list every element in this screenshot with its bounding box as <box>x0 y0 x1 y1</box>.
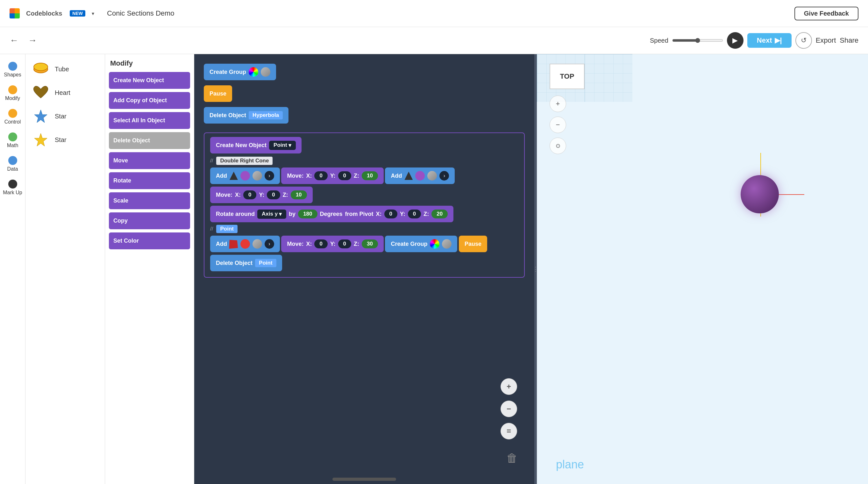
shape-item-star1[interactable]: Star <box>26 104 105 128</box>
control-icon <box>8 109 17 118</box>
give-feedback-button[interactable]: Give Feedback <box>795 7 859 20</box>
share-button[interactable]: Share <box>840 36 859 44</box>
shape-item-heart[interactable]: Heart <box>26 81 105 104</box>
speed-section: Speed ▶ Next ▶| ↺ Export Share <box>650 32 859 49</box>
axis-dropdown[interactable]: Axis y ▾ <box>257 210 286 219</box>
sidebar-markup-label: Mark Up <box>3 190 22 195</box>
canvas-zoom-out-button[interactable]: − <box>500 400 517 417</box>
next-button[interactable]: Next ▶| <box>747 33 792 48</box>
project-title: Conic Sections Demo <box>107 9 175 18</box>
sidebar-modify-label: Modify <box>5 95 20 101</box>
move2-y[interactable]: 0 <box>267 190 280 199</box>
codeblocks-dropdown[interactable]: ▾ <box>92 10 94 17</box>
code-canvas[interactable]: Create Group Pause Delete Object Hyperbo… <box>194 54 534 484</box>
move2-z[interactable]: 10 <box>291 190 307 199</box>
add-arrow-btn-3[interactable]: › <box>265 239 274 249</box>
create-group-block-2[interactable]: Create Group <box>385 236 457 252</box>
add-copy-of-object-btn[interactable]: Add Copy of Object <box>109 92 190 109</box>
star2-label: Star <box>55 136 66 144</box>
markup-icon <box>8 180 17 188</box>
top-view-box[interactable]: TOP <box>550 64 585 89</box>
back-button[interactable]: ← <box>9 35 19 46</box>
add-arrow-btn-2[interactable]: › <box>439 171 449 181</box>
heart-thumb <box>31 85 50 101</box>
move-block-3[interactable]: Move: X: 0 Y: 0 Z: 30 <box>281 236 384 252</box>
rotate-py[interactable]: 0 <box>408 210 421 218</box>
right-panel: TOP + − ⊙ plane <box>537 54 868 484</box>
move-btn[interactable]: Move <box>109 152 190 169</box>
sidebar-item-markup[interactable]: Mark Up <box>1 177 24 198</box>
move3-x[interactable]: 0 <box>314 239 327 248</box>
add-cube-block[interactable]: Add › <box>210 236 280 252</box>
move1-y[interactable]: 0 <box>338 171 351 180</box>
set-color-btn[interactable]: Set Color <box>109 233 190 249</box>
sidebar-item-math[interactable]: Math <box>1 130 24 151</box>
shape-item-star2[interactable]: Star <box>26 128 105 152</box>
add-cone-block-1[interactable]: Add › <box>210 168 280 184</box>
rotate-by[interactable]: 180 <box>298 210 317 218</box>
move-block-1[interactable]: Move: X: 0 Y: 0 Z: 10 <box>281 168 384 184</box>
point-delete-tag: Point <box>255 259 276 267</box>
panel-divider[interactable] <box>534 54 537 484</box>
gray-icon-top <box>261 67 270 77</box>
math-icon <box>8 132 17 141</box>
point-dropdown[interactable]: Point ▾ <box>269 141 296 150</box>
next-icon: ▶| <box>775 36 782 44</box>
select-all-in-object-btn[interactable]: Select All In Object <box>109 112 190 129</box>
cone-shape-icon-1 <box>229 172 238 180</box>
delete-object-point-block[interactable]: Delete Object Point <box>210 255 282 271</box>
red-dot <box>240 239 250 249</box>
trash-icon[interactable]: 🗑 <box>506 452 518 465</box>
move1-x[interactable]: 0 <box>314 171 327 180</box>
move3-z[interactable]: 30 <box>362 239 378 248</box>
rotate-px[interactable]: 0 <box>384 210 397 218</box>
comment-separator-2: // <box>210 226 213 232</box>
sidebar-item-control[interactable]: Control <box>1 107 24 127</box>
speed-slider[interactable] <box>672 38 723 43</box>
sidebar-item-data[interactable]: Data <box>1 153 24 175</box>
zoom-minus-button[interactable]: − <box>550 117 566 133</box>
pause-block-2[interactable]: Pause <box>459 236 487 252</box>
canvas-scrollbar[interactable] <box>333 478 396 481</box>
add-arrow-btn-1[interactable]: › <box>265 171 274 181</box>
canvas-zoom-in-button[interactable]: + <box>500 378 517 395</box>
plane-label: plane <box>556 458 584 471</box>
top-view-label: TOP <box>560 72 575 81</box>
sidebar-item-modify[interactable]: Modify <box>1 83 24 104</box>
data-icon <box>8 156 17 165</box>
scale-btn[interactable]: Scale <box>109 192 190 209</box>
point-comment-tag: Point <box>216 225 238 233</box>
tube-label: Tube <box>55 66 69 73</box>
delete-object-btn[interactable]: Delete Object <box>109 132 190 149</box>
rotate-block[interactable]: Rotate around Axis y ▾ by 180 Degrees fr… <box>210 206 454 222</box>
zoom-plus-button[interactable]: + <box>550 95 566 112</box>
move2-x[interactable]: 0 <box>243 190 256 199</box>
add-cone-block-2[interactable]: Add › <box>385 168 455 184</box>
canvas-3d-shape <box>741 175 779 213</box>
forward-button[interactable]: → <box>28 35 37 46</box>
shape-item-tube[interactable]: Tube <box>26 57 105 81</box>
create-group-block-top[interactable]: Create Group <box>204 64 276 80</box>
delete-object-hyperbola-block[interactable]: Delete Object Hyperbola <box>204 107 288 124</box>
copy-btn[interactable]: Copy <box>109 212 190 229</box>
move1-z[interactable]: 10 <box>362 171 378 180</box>
canvas-zoom-eq-button[interactable]: = <box>500 423 517 440</box>
rotate-pz[interactable]: 20 <box>431 210 448 218</box>
heart-label: Heart <box>55 89 70 96</box>
create-new-object-point-block[interactable]: Create New Object Point ▾ <box>210 137 302 153</box>
play-button[interactable]: ▶ <box>727 32 744 49</box>
logo-icon <box>9 8 20 19</box>
move3-y[interactable]: 0 <box>338 239 351 248</box>
sidebar-shapes-label: Shapes <box>4 72 21 78</box>
rotate-btn[interactable]: Rotate <box>109 172 190 189</box>
reset-button[interactable]: ↺ <box>796 32 812 49</box>
create-new-object-btn[interactable]: Create New Object <box>109 72 190 89</box>
move-block-2[interactable]: Move: X: 0 Y: 0 Z: 10 <box>210 187 313 203</box>
purple-dot-1 <box>240 171 250 181</box>
sidebar-item-shapes[interactable]: Shapes <box>1 59 24 80</box>
svg-point-1 <box>34 63 48 71</box>
zoom-home-button[interactable]: ⊙ <box>550 138 566 154</box>
pause-block-top[interactable]: Pause <box>204 85 232 102</box>
export-button[interactable]: Export <box>816 36 836 44</box>
star1-label: Star <box>55 113 66 120</box>
